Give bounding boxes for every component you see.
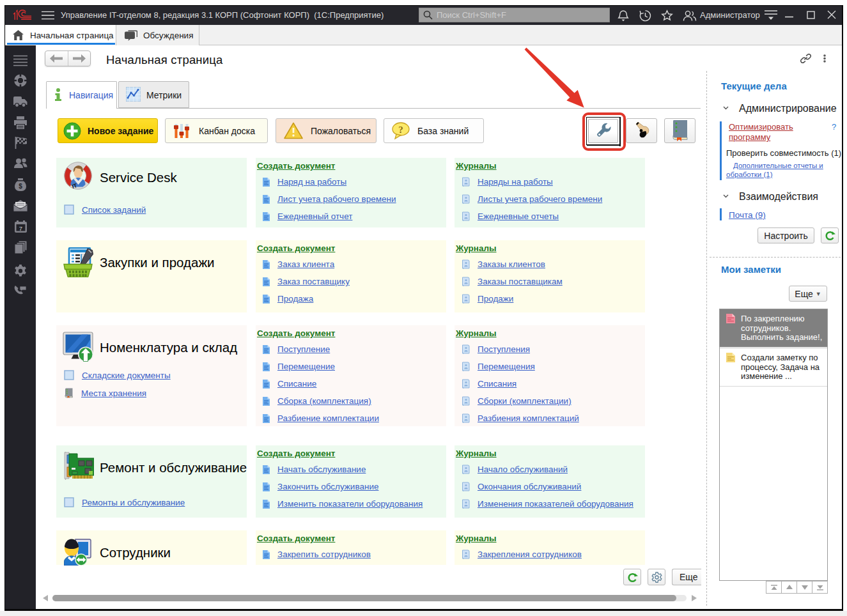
svg-text:?: ? (398, 124, 403, 134)
svg-text:7: 7 (19, 225, 22, 232)
svg-text:$: $ (19, 183, 22, 190)
